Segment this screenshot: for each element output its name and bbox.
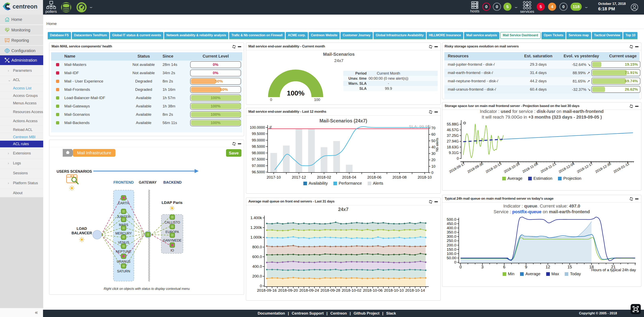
svg-text:0: 0 bbox=[431, 171, 434, 175]
svg-text:0: 0 bbox=[459, 265, 462, 269]
svg-text:Hours of a typical 24h day: Hours of a typical 24h day bbox=[591, 268, 636, 272]
svg-text:Nb alerts: Nb alerts bbox=[435, 138, 439, 152]
svg-text:2018-02: 2018-02 bbox=[317, 175, 331, 179]
svg-text:2018-10-13: 2018-10-13 bbox=[485, 162, 502, 174]
svg-text:450.0: 450.0 bbox=[446, 222, 456, 226]
svg-text:98.0000: 98.0000 bbox=[252, 151, 265, 155]
svg-text:100.0000: 100.0000 bbox=[250, 125, 265, 129]
svg-text:98.5000: 98.5000 bbox=[252, 145, 265, 149]
svg-text:600.0: 600.0 bbox=[252, 255, 262, 259]
svg-text:GATEWAY: GATEWAY bbox=[139, 180, 157, 184]
svg-text:2018-11-08: 2018-11-08 bbox=[522, 162, 539, 174]
svg-text:150.0: 150.0 bbox=[446, 247, 456, 252]
svg-text:96.5000: 96.5000 bbox=[252, 170, 265, 174]
svg-text:9.31G: 9.31G bbox=[449, 151, 459, 155]
svg-text:3: 3 bbox=[481, 265, 484, 269]
svg-text:2017-12: 2017-12 bbox=[292, 175, 306, 179]
svg-text:2018-10-10: 2018-10-10 bbox=[384, 288, 404, 293]
svg-text:2018-09-16: 2018-09-16 bbox=[257, 288, 276, 293]
svg-text:70: 70 bbox=[431, 126, 436, 130]
svg-text:6: 6 bbox=[503, 265, 506, 269]
svg-text:2018-09-20: 2018-09-20 bbox=[278, 288, 298, 293]
svg-text:URANUS: URANUS bbox=[117, 260, 130, 263]
svg-text:2018-06: 2018-06 bbox=[367, 175, 382, 179]
svg-text:2018-09-30: 2018-09-30 bbox=[467, 162, 484, 174]
svg-text:2018-10: 2018-10 bbox=[418, 175, 432, 179]
svg-text:10: 10 bbox=[431, 164, 436, 168]
svg-text:2018-12-30: 2018-12-30 bbox=[594, 162, 612, 174]
svg-text:0: 0 bbox=[260, 284, 262, 288]
svg-text:60: 60 bbox=[431, 132, 436, 136]
svg-text:2018-12-04: 2018-12-04 bbox=[558, 162, 575, 174]
svg-text:%: % bbox=[269, 126, 272, 129]
svg-text:LDAP Paris: LDAP Paris bbox=[162, 200, 182, 205]
svg-text:500.0: 500.0 bbox=[446, 217, 456, 222]
svg-text:2018-09-24: 2018-09-24 bbox=[299, 288, 319, 293]
svg-text:400.0: 400.0 bbox=[446, 226, 456, 230]
svg-text:1.400k: 1.400k bbox=[250, 216, 262, 220]
svg-text:BACKEND: BACKEND bbox=[163, 180, 182, 184]
svg-text:97.5000: 97.5000 bbox=[252, 157, 265, 161]
svg-text:0: 0 bbox=[457, 156, 459, 161]
svg-text:2018-09-17: 2018-09-17 bbox=[448, 162, 466, 174]
svg-text:40: 40 bbox=[431, 145, 436, 149]
svg-text:55.88G: 55.88G bbox=[447, 122, 459, 126]
svg-text:BALANCER: BALANCER bbox=[72, 231, 92, 235]
svg-text:NEPTUNE: NEPTUNE bbox=[116, 250, 131, 253]
svg-text:800.0: 800.0 bbox=[252, 245, 262, 249]
svg-text:0: 0 bbox=[454, 260, 456, 264]
svg-text:20: 20 bbox=[431, 158, 436, 162]
svg-text:Save: Save bbox=[229, 151, 238, 155]
svg-text:2018-09-28: 2018-09-28 bbox=[320, 288, 340, 293]
svg-text:97.0000: 97.0000 bbox=[252, 164, 265, 168]
svg-text:Mail Infrastructure: Mail Infrastructure bbox=[77, 150, 111, 155]
svg-text:FRONTEND: FRONTEND bbox=[114, 180, 134, 184]
svg-text:30: 30 bbox=[431, 152, 436, 156]
svg-text:2018-04: 2018-04 bbox=[342, 175, 356, 179]
svg-text:15: 15 bbox=[568, 265, 572, 269]
svg-text:1.000k: 1.000k bbox=[250, 235, 262, 239]
svg-text:2018-10-14: 2018-10-14 bbox=[405, 288, 425, 293]
svg-text:27.94G: 27.94G bbox=[447, 139, 459, 143]
svg-text:200.0: 200.0 bbox=[446, 243, 456, 247]
svg-text:IO: IO bbox=[171, 249, 174, 252]
svg-text:2018-10-06: 2018-10-06 bbox=[363, 288, 382, 293]
svg-text:LOAD: LOAD bbox=[77, 227, 87, 231]
svg-text:300.0: 300.0 bbox=[446, 234, 456, 239]
svg-text:12: 12 bbox=[546, 265, 550, 269]
svg-text:200.0: 200.0 bbox=[252, 274, 262, 278]
svg-text:400.0: 400.0 bbox=[252, 264, 262, 269]
svg-text:2018-11-21: 2018-11-21 bbox=[540, 162, 557, 174]
svg-text:2018-10-02: 2018-10-02 bbox=[342, 288, 361, 293]
svg-text:2019-01-12: 2019-01-12 bbox=[613, 162, 630, 174]
svg-text:99.0000: 99.0000 bbox=[252, 138, 265, 142]
svg-text:250.0: 250.0 bbox=[446, 239, 456, 243]
svg-text:2018-08: 2018-08 bbox=[392, 175, 406, 179]
svg-text:100.0: 100.0 bbox=[446, 252, 456, 256]
svg-text:2017-10: 2017-10 bbox=[266, 175, 281, 179]
svg-text:9: 9 bbox=[525, 265, 527, 269]
svg-text:EARTH: EARTH bbox=[118, 202, 129, 205]
svg-text:1.200k: 1.200k bbox=[250, 225, 262, 230]
svg-text:99.5000: 99.5000 bbox=[252, 132, 265, 136]
svg-text:SLA: 99.9%: SLA: 99.9% bbox=[409, 124, 431, 129]
svg-text:2018-10-26: 2018-10-26 bbox=[503, 162, 520, 174]
svg-text:350.0: 350.0 bbox=[446, 230, 456, 234]
svg-text:46.57G: 46.57G bbox=[447, 128, 459, 132]
svg-text:USERS SCENARIOS: USERS SCENARIOS bbox=[56, 169, 92, 174]
svg-text:Right click on objects with st: Right click on objects with status to di… bbox=[104, 287, 190, 291]
svg-text:GANYMEDE: GANYMEDE bbox=[163, 239, 182, 242]
svg-text:50.00: 50.00 bbox=[446, 256, 456, 260]
svg-text:37.25G: 37.25G bbox=[447, 134, 459, 138]
svg-text:2018-12-17: 2018-12-17 bbox=[576, 162, 594, 174]
svg-text:18.63G: 18.63G bbox=[447, 145, 459, 149]
svg-text:50: 50 bbox=[431, 139, 436, 143]
svg-text:100%: 100% bbox=[287, 89, 304, 97]
svg-text:SATURN: SATURN bbox=[117, 270, 130, 273]
svg-text:CALLISTO: CALLISTO bbox=[164, 221, 180, 224]
svg-text:centreon: centreon bbox=[12, 3, 37, 10]
